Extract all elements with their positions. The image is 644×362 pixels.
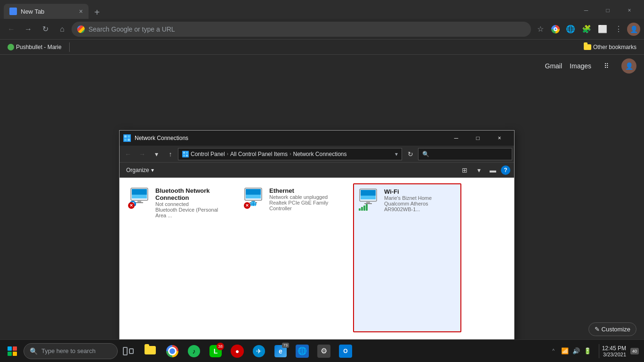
pushbullet-bookmark[interactable]: Pushbullet - Marie: [4, 43, 65, 51]
tab-close-button[interactable]: ×: [79, 8, 83, 15]
view-dropdown-button[interactable]: ▾: [473, 164, 485, 176]
active-tab[interactable]: New Tab ×: [4, 4, 89, 19]
toolbar-right-actions: ⊞ ▾ ▬ ?: [459, 164, 510, 176]
telegram-button[interactable]: ✈: [249, 341, 269, 362]
view-toggle-button[interactable]: ⊞: [459, 164, 471, 176]
chrome-taskbar-button[interactable]: [162, 341, 183, 362]
profile-avatar[interactable]: 👤: [627, 23, 640, 36]
address-bar[interactable]: Search Google or type a URL: [72, 22, 531, 37]
edge-button[interactable]: e 73: [270, 341, 291, 362]
ethernet-icon-area: ✕: [243, 187, 266, 210]
tray-divider: [599, 344, 599, 358]
nav-dropdown-button[interactable]: ▾: [150, 148, 163, 161]
wifi-connection-item[interactable]: Wi-Fi Marie's Biznet Home Qualcomm Ather…: [353, 183, 461, 332]
notification-button[interactable]: 40: [627, 341, 642, 362]
svg-rect-8: [183, 155, 185, 156]
bookmark-star-icon[interactable]: ☆: [533, 22, 548, 37]
browser-toolbar: ← → ↻ ⌂ Search Google or type a URL ☆ 🌐 …: [0, 19, 644, 40]
bookmarks-bar: Pushbullet - Marie Other bookmarks: [0, 40, 644, 55]
bluetooth-icon-area: B ✕: [129, 187, 152, 210]
forward-button[interactable]: →: [21, 22, 36, 37]
bluetooth-connection-item[interactable]: B ✕ Bluetooth Network Connection Not con…: [125, 183, 233, 332]
address-path[interactable]: Control Panel › All Control Panel Items …: [178, 148, 402, 160]
nav-back-button[interactable]: ←: [121, 148, 135, 161]
start-button[interactable]: [2, 341, 23, 362]
page-content: Gmail Images ⠿ 👤 Network Connections: [0, 55, 644, 362]
unknown-app-button[interactable]: ●: [227, 341, 248, 362]
wifi-status: Marie's Biznet Home: [384, 195, 457, 201]
browser-window-controls: ─ □ ×: [575, 4, 640, 17]
search-icon: 🔍: [422, 151, 429, 157]
volume-icon[interactable]: 🔊: [572, 346, 581, 356]
outlook-button[interactable]: O: [335, 341, 356, 362]
settings-button[interactable]: ⚙: [314, 341, 334, 362]
extensions-icon[interactable]: 🧩: [579, 22, 594, 37]
close-button[interactable]: ×: [489, 132, 510, 145]
chrome-taskbar-icon: [166, 345, 178, 357]
line-button[interactable]: L 38: [205, 341, 226, 362]
file-explorer-button[interactable]: [140, 341, 161, 362]
google-account-avatar[interactable]: 👤: [621, 58, 636, 74]
minimize-button[interactable]: ─: [445, 132, 467, 145]
breadcrumb-part-3[interactable]: Network Connections: [293, 151, 346, 157]
more-menu-button[interactable]: ⋮: [611, 22, 626, 37]
task-view-icon: [123, 346, 135, 356]
address-bar-text: Search Google or type a URL: [89, 25, 175, 33]
wifi-icon-area: [358, 188, 380, 211]
browser-minimize-button[interactable]: ─: [575, 4, 597, 17]
back-button[interactable]: ←: [4, 22, 19, 37]
windows-logo: [8, 346, 17, 356]
notification-badge: 40: [630, 348, 639, 354]
bookmark-divider: [69, 42, 70, 52]
wifi-info: Wi-Fi Marie's Biznet Home Qualcomm Ather…: [384, 188, 457, 212]
breadcrumb-part-2[interactable]: All Control Panel Items: [230, 151, 288, 157]
nav-forward-button[interactable]: →: [136, 148, 149, 161]
browser-close-button[interactable]: ×: [619, 4, 640, 17]
spotify-icon: ♪: [188, 345, 200, 357]
ethernet-device: Realtek PCIe GbE Family Controller: [269, 200, 344, 211]
bluetooth-status: Not connected: [155, 201, 230, 207]
globe-icon[interactable]: 🌐: [563, 22, 578, 37]
search-box[interactable]: 🔍: [418, 148, 512, 160]
spotify-button[interactable]: ♪: [184, 341, 204, 362]
organize-button[interactable]: Organize ▾: [123, 166, 157, 174]
tab-bar: New Tab × + ─ □ ×: [0, 0, 644, 19]
browser-maximize-button[interactable]: □: [597, 4, 619, 17]
clock[interactable]: 12:45 PM 3/23/2021: [602, 345, 626, 357]
settings-icon: ⚙: [317, 345, 330, 358]
ethernet-status: Network cable unplugged: [269, 194, 344, 200]
battery-icon[interactable]: 🔋: [583, 346, 592, 356]
pushbullet-icon: [8, 44, 14, 50]
images-link[interactable]: Images: [570, 62, 591, 70]
show-hidden-icons-button[interactable]: ^: [549, 346, 558, 356]
svg-rect-14: [136, 202, 143, 203]
system-tray: ^ 📶 🔊 🔋: [545, 346, 596, 356]
customize-button[interactable]: ✎ Customize: [588, 322, 636, 336]
chrome-logo-icon[interactable]: [549, 23, 562, 36]
svg-rect-3: [124, 139, 127, 141]
network-tray-icon[interactable]: 📶: [560, 346, 570, 356]
address-dropdown-arrow[interactable]: ▾: [395, 151, 398, 157]
task-view-button[interactable]: [119, 341, 139, 362]
help-button[interactable]: ?: [501, 165, 510, 175]
home-button[interactable]: ⌂: [55, 22, 70, 37]
layout-button[interactable]: ▬: [487, 164, 499, 176]
tab-favicon: [9, 8, 17, 15]
gmail-link[interactable]: Gmail: [545, 62, 563, 70]
new-tab-button[interactable]: +: [90, 6, 104, 19]
ethernet-connection-item[interactable]: ✕ Ethernet Network cable unplugged Realt…: [239, 183, 347, 332]
other-bookmarks[interactable]: Other bookmarks: [580, 43, 640, 51]
maximize-button[interactable]: □: [467, 132, 489, 145]
explorer-nav: ← → ▾ ↑ Control Panel › All Contr: [120, 146, 514, 163]
svg-rect-12: [132, 189, 147, 195]
refresh-button[interactable]: ↻: [38, 22, 53, 37]
taskbar-search[interactable]: 🔍 Type here to search: [24, 343, 118, 359]
refresh-path-button[interactable]: ↻: [404, 148, 417, 161]
network-app-button[interactable]: 🌐: [292, 341, 313, 362]
breadcrumb-part-1[interactable]: Control Panel: [191, 151, 225, 157]
google-apps-button[interactable]: ⠿: [599, 58, 614, 74]
cast-icon[interactable]: ⬜: [595, 22, 610, 37]
new-tab-header: Gmail Images ⠿ 👤: [0, 55, 644, 77]
nav-up-button[interactable]: ↑: [164, 148, 177, 161]
window-title-icon: [123, 134, 131, 142]
